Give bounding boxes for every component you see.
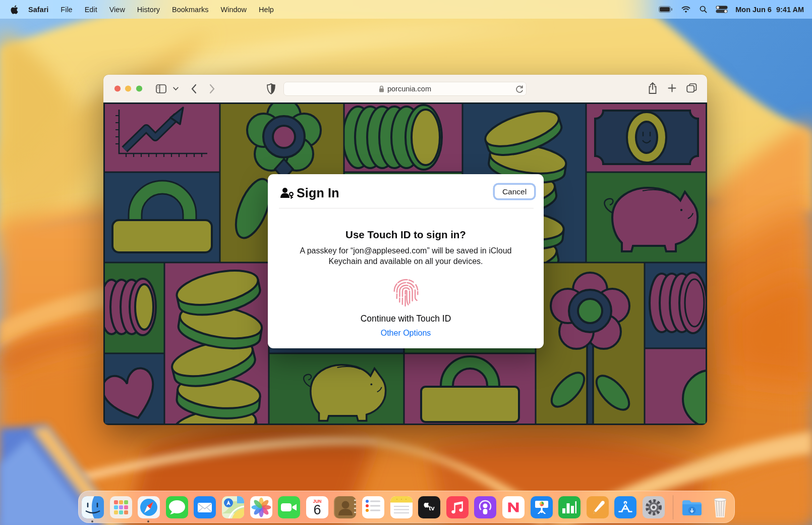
svg-text:tv: tv xyxy=(429,504,435,512)
svg-text:6: 6 xyxy=(313,502,321,517)
